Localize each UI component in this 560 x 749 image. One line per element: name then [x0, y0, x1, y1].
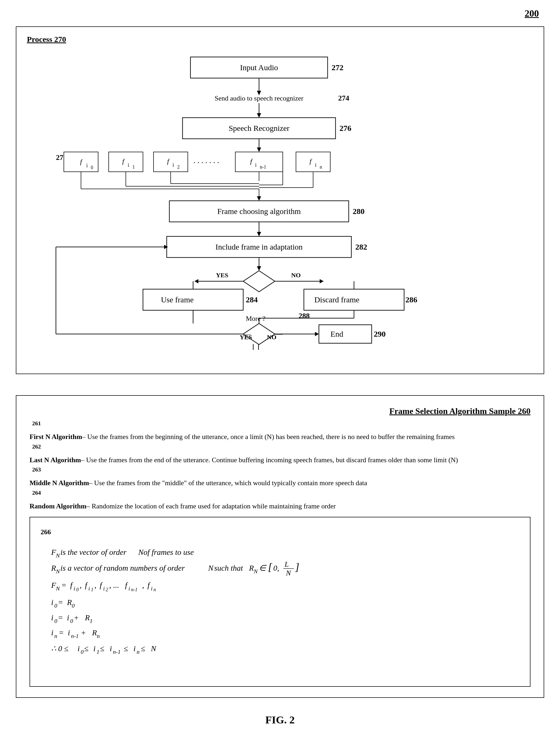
svg-rect-28 — [235, 152, 283, 172]
svg-text:i: i — [93, 644, 95, 653]
svg-text:f: f — [148, 581, 151, 590]
svg-marker-8 — [257, 113, 261, 117]
svg-text:Send audio to speech recognize: Send audio to speech recognizer — [214, 94, 303, 102]
svg-text:284: 284 — [246, 295, 258, 304]
svg-text:1: 1 — [90, 618, 92, 624]
svg-text:286: 286 — [405, 295, 417, 304]
first-n-label: First N Algorithm — [29, 433, 82, 441]
svg-text:f: f — [85, 581, 88, 590]
svg-text:272: 272 — [331, 63, 343, 72]
svg-text:=: = — [58, 598, 63, 606]
svg-text:+: + — [81, 628, 86, 637]
svg-text:=: = — [59, 628, 64, 637]
svg-marker-59 — [243, 271, 275, 292]
svg-text:i: i — [86, 163, 88, 168]
svg-text:such that: such that — [214, 563, 243, 572]
algo-num-262: 262 — [32, 442, 41, 451]
svg-text:NO: NO — [291, 272, 301, 279]
svg-rect-19 — [109, 152, 143, 172]
svg-text:n: n — [320, 164, 322, 170]
first-n-desc: – Use the frames from the beginning of t… — [82, 433, 454, 441]
svg-text:i: i — [103, 585, 105, 592]
svg-text:R: R — [92, 628, 97, 637]
svg-text:· · · · · · ·: · · · · · · · — [193, 158, 219, 167]
svg-text:R: R — [67, 598, 72, 606]
last-n-label: Last N Algorithm — [29, 456, 81, 464]
svg-text:0,: 0, — [273, 563, 279, 572]
svg-text:,: , — [80, 581, 82, 590]
svg-text:Frame choosing algorithm: Frame choosing algorithm — [217, 207, 301, 216]
svg-text:0: 0 — [54, 602, 57, 609]
svg-text:]: ] — [295, 561, 299, 573]
svg-marker-48 — [257, 196, 261, 201]
algorithm-box: Frame Selection Algorithm Sample 260 261… — [16, 395, 544, 698]
svg-text:,: , — [94, 581, 96, 590]
svg-text:n: n — [97, 633, 100, 639]
svg-text:is the vector of order: is the vector of order — [60, 548, 127, 556]
svg-text:i: i — [315, 162, 317, 168]
math-box-id: 266 — [41, 525, 519, 539]
svg-text:i: i — [133, 644, 135, 653]
svg-text:N: N — [138, 548, 144, 556]
svg-text:i: i — [67, 613, 69, 622]
svg-text:i: i — [68, 628, 70, 637]
algo-content: 261 First N Algorithm– Use the frames fr… — [29, 424, 531, 687]
svg-text:0: 0 — [70, 618, 73, 624]
svg-text:YES: YES — [239, 334, 252, 341]
svg-text:i: i — [110, 644, 112, 653]
svg-text:2: 2 — [106, 587, 108, 592]
svg-text:288: 288 — [299, 312, 310, 320]
algo-num-264: 264 — [32, 488, 41, 497]
random-desc: – Randomize the location of each frame u… — [87, 502, 336, 510]
figure-caption: FIG. 2 — [16, 714, 544, 726]
first-n-algo-item: 261 First N Algorithm– Use the frames fr… — [29, 424, 531, 443]
svg-text:i: i — [73, 585, 75, 592]
svg-text:+: + — [73, 613, 79, 622]
svg-text:R: R — [85, 613, 90, 622]
process-diagram-box: Process 270 Input Audio 272 Send audio t… — [16, 26, 544, 374]
svg-text:i: i — [151, 585, 152, 592]
svg-text:f: f — [100, 581, 103, 590]
svg-marker-58 — [257, 266, 261, 271]
svg-text:i: i — [128, 162, 129, 168]
algo-num-263: 263 — [32, 465, 41, 474]
svg-text:f: f — [70, 581, 73, 590]
svg-text:Use frame: Use frame — [160, 295, 193, 304]
svg-text:1: 1 — [132, 164, 135, 170]
svg-marker-65 — [320, 279, 324, 283]
svg-text:i: i — [88, 585, 90, 592]
flowchart-svg: Input Audio 272 Send audio to speech rec… — [29, 52, 531, 363]
svg-text:Discard frame: Discard frame — [314, 295, 359, 304]
svg-rect-32 — [296, 152, 330, 172]
process-title: Process 270 — [27, 35, 533, 44]
svg-text:n: n — [153, 587, 156, 592]
svg-text:N: N — [151, 644, 157, 653]
svg-text:n-1: n-1 — [113, 648, 121, 655]
svg-text:N: N — [254, 568, 258, 575]
svg-marker-63 — [194, 279, 198, 283]
svg-text:i: i — [51, 628, 53, 637]
svg-text:i: i — [51, 613, 53, 622]
svg-text:N: N — [56, 585, 60, 592]
page-number: 200 — [525, 8, 539, 19]
svg-text:R: R — [51, 563, 56, 572]
svg-text:0: 0 — [72, 602, 74, 609]
svg-text:is a vector of random numbers : is a vector of random numbers of order — [60, 563, 185, 572]
svg-text:i: i — [255, 162, 257, 168]
svg-text:2: 2 — [177, 164, 180, 170]
algo-num-261: 261 — [32, 419, 41, 428]
algo-title: Frame Selection Algorithm Sample 260 — [29, 406, 531, 416]
last-n-algo-item: 262 Last N Algorithm– Use the frames fro… — [29, 447, 531, 466]
svg-text:290: 290 — [374, 329, 386, 338]
svg-text:i: i — [173, 162, 174, 168]
random-label: Random Algorithm — [29, 502, 87, 510]
svg-text:YES: YES — [216, 272, 228, 279]
svg-text:1: 1 — [96, 648, 100, 655]
svg-text:L: L — [284, 560, 289, 568]
last-n-desc: – Use the frames from the end of the utt… — [81, 456, 458, 464]
svg-text:0: 0 — [76, 587, 79, 592]
svg-text:More ?: More ? — [246, 315, 265, 322]
svg-text:274: 274 — [338, 94, 349, 102]
svg-text:Speech Recognizer: Speech Recognizer — [229, 124, 289, 132]
svg-text:,: , — [142, 581, 144, 590]
